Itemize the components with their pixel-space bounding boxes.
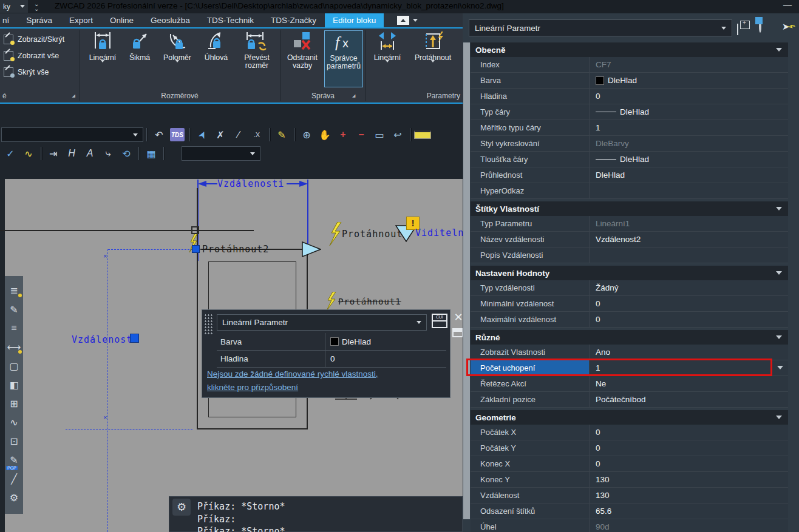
- menu-item-0[interactable]: ní: [0, 13, 18, 27]
- property-row[interactable]: Základní pozicePočátečníbod: [471, 392, 788, 408]
- grip-point-hollow[interactable]: [191, 226, 199, 234]
- table-icon[interactable]: ▦: [142, 146, 160, 161]
- customize-link[interactable]: klikněte pro přizpůsobení: [207, 383, 298, 392]
- panel-window-icon[interactable]: [452, 328, 463, 337]
- property-row[interactable]: BarvaDleHlad: [471, 73, 788, 89]
- property-row[interactable]: Typ ParametruLineární1: [471, 216, 788, 232]
- property-value[interactable]: [590, 247, 788, 263]
- parameters-manager-button[interactable]: f x Správce parametrů: [324, 30, 363, 87]
- remove-constraints-button[interactable]: Odstranit vazby: [283, 30, 322, 70]
- select-cursor-icon[interactable]: ➤: [191, 123, 213, 146]
- section-header[interactable]: Obecně: [471, 42, 788, 57]
- menu-item-3[interactable]: Online: [101, 13, 142, 27]
- quick-props-type-dropdown[interactable]: Lineární Parametr: [217, 314, 427, 331]
- property-value[interactable]: DleHlad: [590, 152, 788, 167]
- pgp-edit-icon[interactable]: ✎PGP: [5, 452, 23, 468]
- menu-item-2[interactable]: Export: [61, 13, 101, 27]
- property-row[interactable]: Typ vzdálenostiŽádný: [471, 280, 788, 296]
- property-value[interactable]: Ano: [590, 345, 788, 360]
- dim-angular-button[interactable]: Úhlová: [198, 30, 234, 62]
- dim-label-vzdalenosti[interactable]: Vzdálenosti: [217, 178, 284, 189]
- property-value[interactable]: 1: [590, 120, 788, 135]
- chevron-down-icon[interactable]: [777, 366, 783, 369]
- quick-props-row[interactable]: Barva DleHlad: [217, 333, 446, 351]
- param-stretch-button[interactable]: Protáhnout: [409, 30, 457, 71]
- property-value[interactable]: Počátečníbod: [590, 392, 788, 407]
- group-footer-visibility[interactable]: é◢: [2, 91, 75, 101]
- section-header[interactable]: Různé: [471, 330, 788, 345]
- numbered-list-icon[interactable]: ≡: [5, 320, 23, 336]
- zoom-in-icon[interactable]: +: [334, 127, 352, 143]
- menu-item-1[interactable]: Správa: [18, 13, 61, 27]
- zoom-previous-icon[interactable]: ↩: [389, 127, 407, 143]
- section-header[interactable]: Geometrie: [471, 410, 788, 425]
- ruler-icon[interactable]: [413, 127, 432, 143]
- property-value[interactable]: Vzdálenost2: [590, 232, 788, 247]
- dim-linear-button[interactable]: Lineární: [84, 30, 121, 71]
- property-value[interactable]: CF7: [590, 57, 788, 72]
- quick-access-chevron-icon[interactable]: ⌄⌄: [34, 2, 39, 12]
- workspace-dropdown[interactable]: ky: [0, 0, 28, 13]
- gear-icon[interactable]: ⚙: [172, 499, 191, 516]
- viewport-icon[interactable]: ⊡: [5, 433, 23, 449]
- property-value[interactable]: Žádný: [590, 280, 788, 295]
- section-header[interactable]: Štítky Vlastností: [471, 201, 788, 216]
- layers-visibility-icon[interactable]: ≣: [5, 283, 23, 298]
- dim-update1-icon[interactable]: ⤷: [99, 146, 117, 161]
- dimstyle-combobox[interactable]: [182, 146, 260, 161]
- property-row[interactable]: Styl vykreslováníDleBarvy: [471, 136, 788, 152]
- dim-aligned-button[interactable]: Šikmá: [123, 30, 157, 62]
- property-row[interactable]: Tloušťka čáryDleHlad: [471, 152, 788, 167]
- property-row[interactable]: Počátek Y0: [471, 440, 788, 456]
- dim-h-icon[interactable]: H: [63, 146, 81, 161]
- panel-drag-handle[interactable]: [204, 314, 212, 334]
- menu-item-5[interactable]: TDS-Technik: [199, 13, 262, 27]
- property-row[interactable]: Typ čáryDleHlad: [471, 104, 788, 120]
- settings-icon[interactable]: ⚙: [5, 490, 23, 505]
- tab-editor-bloku[interactable]: Editor bloku: [325, 13, 384, 27]
- collapse-icon[interactable]: [776, 48, 782, 52]
- property-row[interactable]: Hladina0: [471, 89, 788, 104]
- property-row[interactable]: PrůhlednostDleHlad: [471, 167, 788, 183]
- section-header[interactable]: Nastavení Hodnoty: [471, 266, 788, 280]
- property-row[interactable]: Měřítko typu čáry1: [471, 120, 788, 136]
- property-row[interactable]: Odsazení štítků65.6: [471, 503, 788, 519]
- zoom-realtime-icon[interactable]: ⊕: [298, 127, 316, 143]
- label-protahnout2[interactable]: Protáhnout2: [202, 244, 269, 255]
- param-linear-button[interactable]: Lineární: [369, 30, 406, 71]
- pan-icon[interactable]: ✋: [316, 127, 334, 143]
- dim-check-icon[interactable]: ✓: [1, 146, 19, 161]
- group-footer-sprava[interactable]: Správa: [283, 91, 363, 101]
- grip-point[interactable]: [130, 334, 139, 343]
- quick-props-row[interactable]: Hladina 0: [217, 350, 446, 368]
- property-value[interactable]: 130: [590, 488, 788, 503]
- property-row[interactable]: Počet uchopení1: [471, 360, 788, 376]
- property-value[interactable]: Ne: [590, 376, 788, 391]
- property-row[interactable]: HyperOdkaz: [471, 183, 788, 199]
- property-value[interactable]: 0: [590, 296, 788, 311]
- collapse-icon[interactable]: [776, 335, 782, 339]
- property-value[interactable]: DleBarvy: [590, 136, 788, 151]
- property-value[interactable]: 0: [590, 89, 788, 104]
- tds-icon[interactable]: TDS: [170, 128, 185, 141]
- spline-icon[interactable]: ∿: [19, 146, 38, 161]
- line-icon[interactable]: ∕: [229, 127, 248, 143]
- label-protahnout1[interactable]: Protáhnout1: [338, 297, 401, 306]
- label-protahnout[interactable]: Protáhnout: [342, 229, 403, 240]
- property-value[interactable]: [590, 183, 788, 198]
- property-row[interactable]: Zobrazit VlastnostiAno: [471, 345, 788, 360]
- property-row[interactable]: Konec X0: [471, 456, 788, 472]
- property-value[interactable]: 0: [590, 440, 788, 456]
- dim-convert-button[interactable]: Převést rozměr: [236, 30, 278, 70]
- property-row[interactable]: Vzdálenost130: [471, 488, 788, 503]
- toggle-value-icon[interactable]: [737, 24, 738, 35]
- point-filter-icon[interactable]: .X: [248, 127, 266, 143]
- cui-button[interactable]: CUI: [432, 314, 447, 328]
- edit-block-icon[interactable]: ✎: [5, 301, 23, 317]
- hide-all-button[interactable]: Skrýt vše: [4, 66, 49, 78]
- blocks-icon[interactable]: ◧: [5, 377, 23, 392]
- property-row[interactable]: Konec Y130: [471, 472, 788, 488]
- property-value[interactable]: 0: [590, 312, 788, 327]
- sketch-icon[interactable]: ✎: [273, 127, 291, 143]
- property-value[interactable]: 90d: [590, 519, 788, 532]
